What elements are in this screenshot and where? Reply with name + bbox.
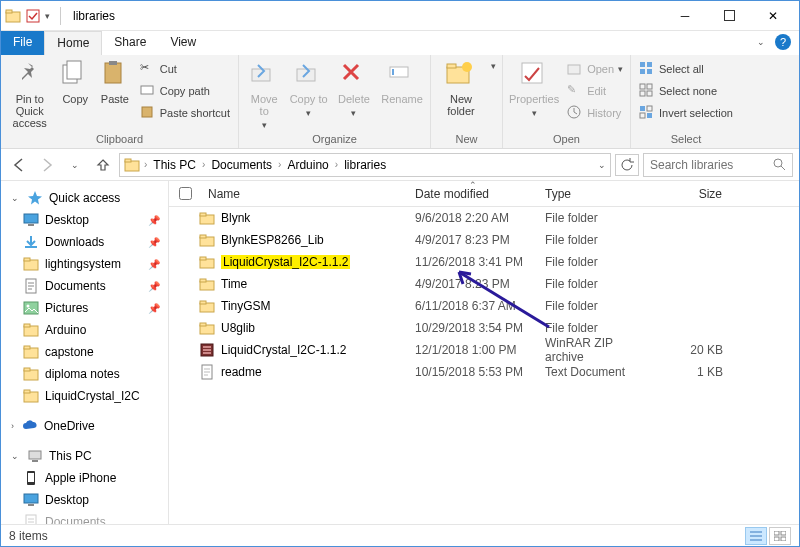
pin-quick-access-button[interactable]: Pin to Quick access bbox=[7, 59, 52, 129]
minimize-button[interactable]: ─ bbox=[663, 1, 707, 30]
copy-path-button[interactable]: Copy path bbox=[138, 81, 232, 101]
table-row[interactable]: TinyGSM6/11/2018 6:37 AMFile folder bbox=[169, 295, 799, 317]
svg-rect-63 bbox=[200, 257, 206, 260]
svg-rect-75 bbox=[774, 531, 779, 535]
svg-rect-77 bbox=[774, 537, 779, 541]
navigation-pane: ⌄ Quick access Desktop📌Downloads📌lightin… bbox=[1, 181, 169, 524]
file-icon bbox=[199, 276, 215, 292]
sidebar-item[interactable]: Desktop bbox=[1, 489, 168, 511]
sidebar-item-icon bbox=[23, 470, 39, 486]
table-row[interactable]: LiquidCrystal_I2C-1.1.212/1/2018 1:00 PM… bbox=[169, 339, 799, 361]
new-item-icon[interactable]: ▾ bbox=[491, 61, 496, 71]
sidebar-item-icon bbox=[23, 514, 39, 524]
sidebar-item[interactable]: diploma notes bbox=[1, 363, 168, 385]
history-button[interactable]: History bbox=[565, 103, 625, 123]
copy-to-button[interactable]: Copy to▾ bbox=[289, 59, 327, 119]
crumb-arduino[interactable]: Arduino bbox=[285, 158, 330, 172]
select-all-checkbox[interactable] bbox=[179, 187, 192, 200]
search-input[interactable] bbox=[650, 158, 773, 172]
sidebar-this-pc[interactable]: ⌄This PC bbox=[1, 445, 168, 467]
move-to-button[interactable]: Move to▾ bbox=[245, 59, 283, 131]
select-all-button[interactable]: Select all bbox=[637, 59, 735, 79]
sort-indicator-icon: ⌃ bbox=[469, 180, 477, 190]
tab-view[interactable]: View bbox=[158, 31, 208, 55]
sidebar-item-icon bbox=[23, 234, 39, 250]
back-button[interactable] bbox=[7, 153, 31, 177]
invert-selection-button[interactable]: Invert selection bbox=[637, 103, 735, 123]
table-row[interactable]: Time4/9/2017 8:23 PMFile folder bbox=[169, 273, 799, 295]
breadcrumb[interactable]: › This PC› Documents› Arduino› libraries… bbox=[119, 153, 611, 177]
svg-rect-28 bbox=[640, 106, 645, 111]
up-button[interactable] bbox=[91, 153, 115, 177]
column-size[interactable]: Size bbox=[659, 187, 729, 201]
delete-button[interactable]: Delete▾ bbox=[334, 59, 374, 119]
select-none-button[interactable]: Select none bbox=[637, 81, 735, 101]
column-name[interactable]: Name bbox=[169, 187, 409, 201]
qat-properties-icon[interactable] bbox=[25, 8, 41, 24]
recent-locations-button[interactable]: ⌄ bbox=[63, 153, 87, 177]
svg-rect-22 bbox=[640, 69, 645, 74]
open-button[interactable]: Open ▾ bbox=[565, 59, 625, 79]
crumb-thispc[interactable]: This PC bbox=[151, 158, 198, 172]
file-date: 9/6/2018 2:20 AM bbox=[409, 211, 539, 225]
tab-home[interactable]: Home bbox=[44, 31, 102, 55]
file-name: readme bbox=[221, 365, 262, 379]
view-details-button[interactable] bbox=[745, 527, 767, 545]
copy-button[interactable]: Copy bbox=[58, 59, 92, 105]
paste-button[interactable]: Paste bbox=[98, 59, 132, 105]
refresh-button[interactable] bbox=[615, 154, 639, 176]
rename-button[interactable]: Rename bbox=[380, 59, 424, 105]
folder-icon bbox=[124, 157, 140, 173]
sidebar-quick-access[interactable]: ⌄ Quick access bbox=[1, 187, 168, 209]
qat-dropdown-icon[interactable]: ▾ bbox=[45, 11, 50, 21]
close-button[interactable]: ✕ bbox=[751, 1, 795, 30]
new-folder-button[interactable]: New folder bbox=[437, 59, 485, 117]
sidebar-item[interactable]: Downloads📌 bbox=[1, 231, 168, 253]
column-type[interactable]: Type bbox=[539, 187, 659, 201]
sidebar-item[interactable]: Arduino bbox=[1, 319, 168, 341]
svg-point-34 bbox=[774, 159, 782, 167]
file-date: 11/26/2018 3:41 PM bbox=[409, 255, 539, 269]
svg-rect-69 bbox=[200, 323, 206, 326]
sidebar-item[interactable]: Documents📌 bbox=[1, 275, 168, 297]
svg-rect-73 bbox=[203, 352, 211, 354]
search-box[interactable] bbox=[643, 153, 793, 177]
tab-file[interactable]: File bbox=[1, 31, 44, 55]
title-bar: ▾ libraries ─ ✕ bbox=[1, 1, 799, 31]
sidebar-item[interactable]: Documents bbox=[1, 511, 168, 524]
table-row[interactable]: LiquidCrystal_I2C-1.1.211/26/2018 3:41 P… bbox=[169, 251, 799, 273]
sidebar-item[interactable]: Pictures📌 bbox=[1, 297, 168, 319]
crumb-libraries[interactable]: libraries bbox=[342, 158, 388, 172]
table-row[interactable]: Blynk9/6/2018 2:20 AMFile folder bbox=[169, 207, 799, 229]
properties-button[interactable]: Properties▾ bbox=[509, 59, 559, 119]
invert-selection-icon bbox=[639, 105, 655, 121]
paste-shortcut-button[interactable]: Paste shortcut bbox=[138, 103, 232, 123]
cut-button[interactable]: ✂Cut bbox=[138, 59, 232, 79]
breadcrumb-dropdown-icon[interactable]: ⌄ bbox=[598, 160, 606, 170]
forward-button[interactable] bbox=[35, 153, 59, 177]
table-row[interactable]: readme10/15/2018 5:53 PMText Document1 K… bbox=[169, 361, 799, 383]
table-row[interactable]: U8glib10/29/2018 3:54 PMFile folder bbox=[169, 317, 799, 339]
svg-rect-25 bbox=[647, 84, 652, 89]
cut-icon: ✂ bbox=[140, 61, 156, 77]
edit-button[interactable]: ✎Edit bbox=[565, 81, 625, 101]
sidebar-item[interactable]: Desktop📌 bbox=[1, 209, 168, 231]
view-large-icons-button[interactable] bbox=[769, 527, 791, 545]
sidebar-onedrive[interactable]: ›OneDrive bbox=[1, 415, 168, 437]
sidebar-item[interactable]: LiquidCrystal_I2C bbox=[1, 385, 168, 407]
file-icon bbox=[199, 298, 215, 314]
ribbon-collapse-icon[interactable]: ⌄ bbox=[757, 37, 765, 47]
table-row[interactable]: BlynkESP8266_Lib4/9/2017 8:23 PMFile fol… bbox=[169, 229, 799, 251]
crumb-documents[interactable]: Documents bbox=[209, 158, 274, 172]
pin-icon bbox=[14, 59, 46, 91]
tab-share[interactable]: Share bbox=[102, 31, 158, 55]
sidebar-item[interactable]: lightingsystem📌 bbox=[1, 253, 168, 275]
sidebar-item[interactable]: capstone bbox=[1, 341, 168, 363]
help-icon[interactable]: ? bbox=[775, 34, 791, 50]
svg-rect-56 bbox=[28, 504, 34, 506]
svg-rect-37 bbox=[25, 246, 37, 248]
file-icon bbox=[199, 210, 215, 226]
maximize-button[interactable] bbox=[707, 1, 751, 30]
sidebar-item[interactable]: Apple iPhone bbox=[1, 467, 168, 489]
new-group-label: New bbox=[437, 131, 496, 148]
